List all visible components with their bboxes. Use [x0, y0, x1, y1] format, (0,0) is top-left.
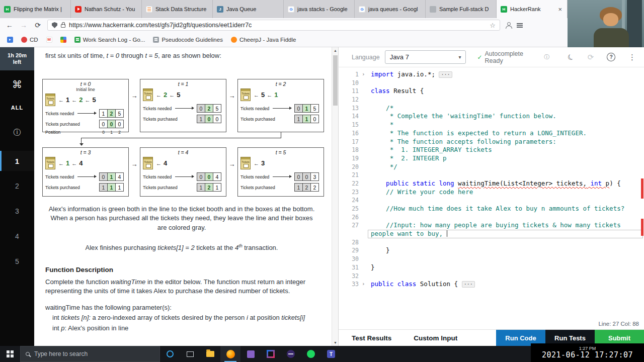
code-line[interactable]: 13 /*: [339, 104, 644, 113]
code-line[interactable]: 27 //Input: how many people are buying t…: [339, 221, 644, 230]
text-cursor: [447, 230, 448, 237]
code-line[interactable]: 16 * The function is expected to return …: [339, 129, 644, 138]
code-area[interactable]: 1›import java.io.*; ···1011class Result …: [339, 68, 644, 319]
code-line[interactable]: 32: [339, 272, 644, 281]
code-line[interactable]: 28: [339, 238, 644, 247]
browser-tab[interactable]: Sample Full-stack D: [426, 0, 497, 18]
code-line[interactable]: 10: [339, 79, 644, 87]
taskbar-eclipse[interactable]: [281, 346, 301, 362]
bookmark-item[interactable]: Work Search Log - Go...: [74, 37, 145, 43]
bookmark-star-icon[interactable]: ☆: [490, 22, 496, 29]
scroll-up-icon[interactable]: ▲: [332, 49, 338, 52]
code-line[interactable]: 17 * The function accepts following para…: [339, 138, 644, 146]
autocomplete-info-icon[interactable]: ⓘ: [544, 53, 549, 61]
browser-tab[interactable]: Java Queue: [213, 0, 284, 18]
code-line[interactable]: 21: [339, 171, 644, 179]
code-line[interactable]: 14 * Complete the 'waitingTime' function…: [339, 112, 644, 121]
question-3[interactable]: 3: [0, 201, 34, 221]
tab-test-results[interactable]: Test Results: [352, 334, 391, 342]
taskbar-firefox[interactable]: [220, 346, 240, 362]
taskbar-spotify[interactable]: [301, 346, 321, 362]
all-questions-button[interactable]: ALL: [0, 105, 34, 111]
code-line[interactable]: 19 * 2. INTEGER p: [339, 154, 644, 163]
tab-custom-input[interactable]: Custom Input: [414, 334, 457, 342]
taskbar-explorer[interactable]: [200, 346, 220, 362]
code-line[interactable]: 1›import java.io.*; ···: [339, 70, 644, 79]
question-2[interactable]: 2: [0, 176, 34, 196]
bookmark-item[interactable]: CheerpJ - Java Fiddle: [231, 37, 296, 43]
browser-tab[interactable]: java stacks - Google: [284, 0, 355, 18]
code-line[interactable]: 30: [339, 255, 644, 263]
menu-icon[interactable]: [517, 23, 523, 28]
code-line[interactable]: 11class Result {: [339, 87, 644, 96]
language-select[interactable]: Java 7 ▾: [385, 50, 466, 64]
url-bar[interactable]: https://www.hackerrank.com/test/gfs7jid2…: [47, 20, 500, 31]
position-value: 2: [115, 130, 124, 135]
bookmark-item[interactable]: [46, 37, 52, 43]
question-1[interactable]: 1: [0, 151, 34, 171]
reload-button[interactable]: ⟳: [33, 21, 42, 29]
autocomplete-status: ✓ Autocomplete Ready ⓘ: [477, 50, 549, 64]
start-button[interactable]: [0, 346, 20, 362]
code-line[interactable]: 25 //How much time does it take Alex to …: [339, 205, 644, 213]
diagram-table-row: Tickets purchased000: [45, 120, 126, 129]
fold-chevron-icon[interactable]: ›: [362, 280, 365, 289]
code-line[interactable]: people want to buy,: [339, 230, 644, 238]
code-line[interactable]: 26: [339, 213, 644, 222]
browser-tab[interactable]: Flipping the Matrix |: [0, 0, 71, 18]
back-button[interactable]: ←: [5, 21, 14, 29]
taskbar-search[interactable]: Type here to search: [20, 346, 160, 362]
timer-line1: 1h 20m: [8, 52, 27, 59]
taskbar-cortana[interactable]: [160, 346, 180, 362]
browser-tab[interactable]: HackerRank×: [497, 0, 568, 18]
arrow-left-icon: ←: [71, 97, 77, 103]
code-line[interactable]: 23 // Write your code here: [339, 188, 644, 197]
bookmark-item[interactable]: Pseudocode Guidelines: [153, 37, 222, 43]
bookmark-item[interactable]: [60, 37, 66, 43]
help-icon[interactable]: ?: [607, 53, 615, 61]
bookmark-label: Pseudocode Guidelines: [162, 37, 222, 43]
code-line[interactable]: 20 */: [339, 163, 644, 171]
code-line[interactable]: 31}: [339, 263, 644, 272]
booth-label: Tickets: [143, 160, 152, 163]
tab-close-icon[interactable]: ×: [557, 6, 563, 13]
command-icon[interactable]: ⌘: [0, 78, 34, 90]
dark-mode-icon[interactable]: ☾: [566, 51, 576, 62]
scroll-down-icon[interactable]: ▼: [332, 341, 338, 344]
bookmark-item[interactable]: CD: [21, 37, 38, 43]
taskbar-vscode[interactable]: [240, 346, 261, 362]
code-line[interactable]: 22 public static long waitingTime(List<I…: [339, 179, 644, 188]
fold-chevron-icon[interactable]: ›: [362, 70, 365, 79]
question-4[interactable]: 4: [0, 226, 34, 246]
code-line[interactable]: 24: [339, 196, 644, 205]
problem-scrollbar[interactable]: ▲ ▼: [332, 47, 338, 346]
bookmark-item[interactable]: [7, 37, 13, 43]
code-line[interactable]: 33›public class Solution { ···: [339, 280, 644, 289]
browser-tab[interactable]: Nathan Schutz - You: [71, 0, 142, 18]
kebab-menu-icon[interactable]: ⋮: [628, 53, 636, 62]
row-cells: 100: [197, 115, 221, 123]
code-line[interactable]: 18 * 1. INTEGER_ARRAY tickets: [339, 146, 644, 154]
row-label: Tickets needed: [240, 174, 272, 179]
reset-code-icon[interactable]: ⟳: [588, 53, 594, 62]
diagram-table-row: Tickets needed025: [143, 104, 223, 113]
url-text[interactable]: https://www.hackerrank.com/test/gfs7jid2…: [69, 22, 486, 29]
code-line[interactable]: 12: [339, 96, 644, 104]
taskbar-teams[interactable]: [321, 346, 341, 362]
line-number: 23: [339, 188, 359, 197]
code-line[interactable]: 29 }: [339, 246, 644, 255]
hackerrank-favicon: [4, 6, 11, 13]
code-token: * The function accepts following paramet…: [371, 138, 556, 145]
forward-button[interactable]: →: [19, 21, 28, 29]
code-text: *: [371, 121, 393, 129]
account-icon[interactable]: [505, 22, 512, 29]
scrollbar-thumb[interactable]: [333, 55, 338, 106]
browser-tab[interactable]: Stack Data Structure: [142, 0, 213, 18]
taskbar-intellij[interactable]: [261, 346, 281, 362]
question-5[interactable]: 5: [0, 251, 34, 272]
info-icon[interactable]: ⓘ: [0, 128, 34, 137]
taskbar-taskview[interactable]: [180, 346, 200, 362]
tracking-shield-icon[interactable]: [52, 22, 57, 28]
code-line[interactable]: 15 *: [339, 121, 644, 129]
browser-tab[interactable]: java queues - Googl: [355, 0, 426, 18]
